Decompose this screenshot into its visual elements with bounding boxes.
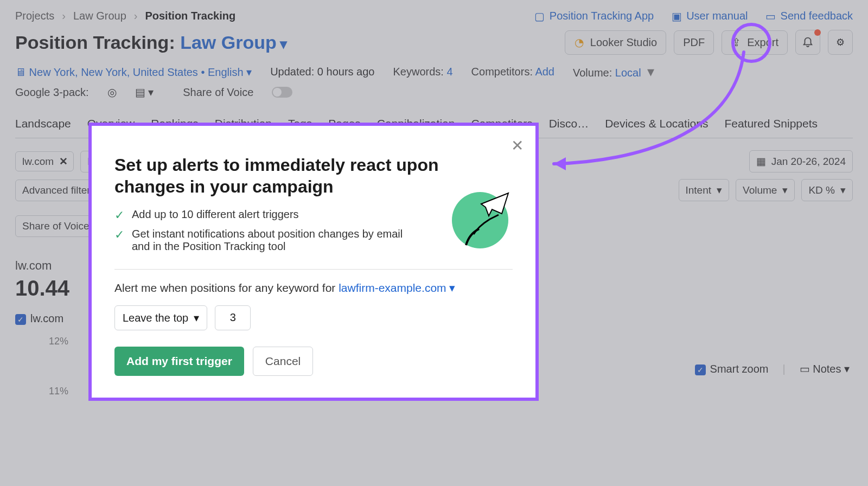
close-button[interactable]: ✕ <box>511 137 524 155</box>
chevron-right-icon: › <box>134 10 138 22</box>
notifications-button[interactable] <box>795 30 820 55</box>
chevron-down-icon: ▾ <box>194 311 199 324</box>
share-of-voice-card-selector[interactable]: Share of Voice <box>15 215 97 237</box>
annotation-arrow <box>539 42 767 183</box>
check-icon: ✓ <box>114 228 124 242</box>
chevron-down-icon: ▾ <box>782 184 788 196</box>
tag-label: lw.com <box>22 156 54 168</box>
user-manual-link[interactable]: ▣ User manual <box>671 10 748 22</box>
link-label: Send feedback <box>781 10 853 22</box>
notes-button[interactable]: ▭ Notes ▾ <box>800 362 850 375</box>
share-of-voice-toggle[interactable] <box>272 87 292 98</box>
remove-tag-icon[interactable]: ✕ <box>59 155 68 168</box>
share-of-voice-toggle-label: Share of Voice <box>183 86 253 99</box>
smart-zoom-toggle[interactable]: ✓Smart zoom <box>695 363 769 375</box>
serp-icon[interactable]: ▤ ▾ <box>135 86 154 99</box>
check-icon: ✓ <box>114 208 124 222</box>
threshold-input[interactable]: 3 <box>215 305 251 330</box>
location-selector[interactable]: 🖥 New York, New York, United States • En… <box>15 66 252 79</box>
alert-sentence: Alert me when positions for any keyword … <box>114 282 339 294</box>
divider <box>114 269 513 270</box>
chevron-down-icon: ▾ <box>844 363 850 375</box>
location-label: New York, New York, United States • Engl… <box>29 66 244 78</box>
project-name: Law Group <box>180 32 277 53</box>
position-tracking-app-link[interactable]: ▢ Position Tracking App <box>534 10 654 22</box>
domain-label: lawfirm-example.com <box>339 282 446 294</box>
label: KD % <box>808 184 835 196</box>
bullet-text: Add up to 10 different alert triggers <box>132 208 299 221</box>
project-selector[interactable]: Law Group▾ <box>180 32 287 53</box>
chevron-right-icon: › <box>62 10 66 22</box>
select-label: Leave the top <box>123 312 188 324</box>
gear-icon: ⚙ <box>836 36 845 48</box>
chat-icon: ▭ <box>765 11 776 22</box>
label: Intent <box>686 184 712 196</box>
value: 4 <box>446 66 452 78</box>
label: Keywords: <box>393 66 447 78</box>
desktop-icon: 🖥 <box>15 66 26 78</box>
send-feedback-link[interactable]: ▭ Send feedback <box>765 10 853 22</box>
chevron-down-icon: ▾ <box>717 184 722 196</box>
breadcrumb-current: Position Tracking <box>145 10 235 22</box>
bullet-text: Get instant notifications about position… <box>132 228 407 253</box>
chevron-down-icon: ▾ <box>449 282 455 294</box>
paper-plane-illustration <box>448 186 513 251</box>
link-label: Position Tracking App <box>550 10 654 22</box>
breadcrumb-project[interactable]: Law Group <box>73 10 126 22</box>
legend-label: lw.com <box>30 312 63 324</box>
label: Volume <box>743 184 777 196</box>
alerts-modal: ✕ Set up alerts to immediately react upo… <box>88 123 539 401</box>
keywords-metric[interactable]: Keywords: 4 <box>393 66 453 78</box>
book-icon: ▣ <box>671 11 682 22</box>
title-prefix: Position Tracking: <box>15 32 180 53</box>
checkbox-checked-icon: ✓ <box>695 364 706 375</box>
notification-dot-icon <box>814 29 821 36</box>
phone-icon: ▢ <box>534 11 545 22</box>
chevron-down-icon: ▾ <box>840 184 846 196</box>
date-label: Jan 20-26, 2024 <box>771 156 846 168</box>
domain-filter-tag[interactable]: lw.com✕ <box>15 151 74 171</box>
legend-item[interactable]: ✓lw.com <box>15 312 63 325</box>
breadcrumb: Projects › Law Group › Position Tracking <box>15 10 235 22</box>
updated-label: Updated: 0 hours ago <box>270 66 374 78</box>
cancel-button[interactable]: Cancel <box>253 347 313 376</box>
google-3pack-label: Google 3-pack: <box>15 86 89 99</box>
label: Notes <box>813 363 841 375</box>
chevron-down-icon: ▾ <box>246 66 252 78</box>
condition-select[interactable]: Leave the top ▾ <box>114 305 207 330</box>
kd-filter[interactable]: KD % ▾ <box>801 179 853 201</box>
local-pin-icon[interactable]: ◎ <box>107 86 117 99</box>
breadcrumb-projects[interactable]: Projects <box>15 10 54 22</box>
label: Smart zoom <box>710 363 769 375</box>
tab-landscape[interactable]: Landscape <box>15 117 71 130</box>
add-trigger-button[interactable]: Add my first trigger <box>114 347 244 376</box>
svg-marker-0 <box>554 157 566 170</box>
alert-domain-selector[interactable]: lawfirm-example.com ▾ <box>339 282 455 294</box>
chevron-down-icon: ▾ <box>280 36 287 53</box>
settings-button[interactable]: ⚙ <box>828 30 853 55</box>
divider: | <box>782 363 785 375</box>
y-tick: 11% <box>49 386 68 397</box>
label: Competitors: <box>471 66 535 78</box>
y-tick: 12% <box>49 336 68 347</box>
note-icon: ▭ <box>800 363 810 375</box>
checkbox-checked-icon: ✓ <box>15 314 26 325</box>
bell-icon <box>802 35 814 50</box>
link-label: User manual <box>686 10 748 22</box>
page-title: Position Tracking: Law Group▾ <box>15 32 287 53</box>
